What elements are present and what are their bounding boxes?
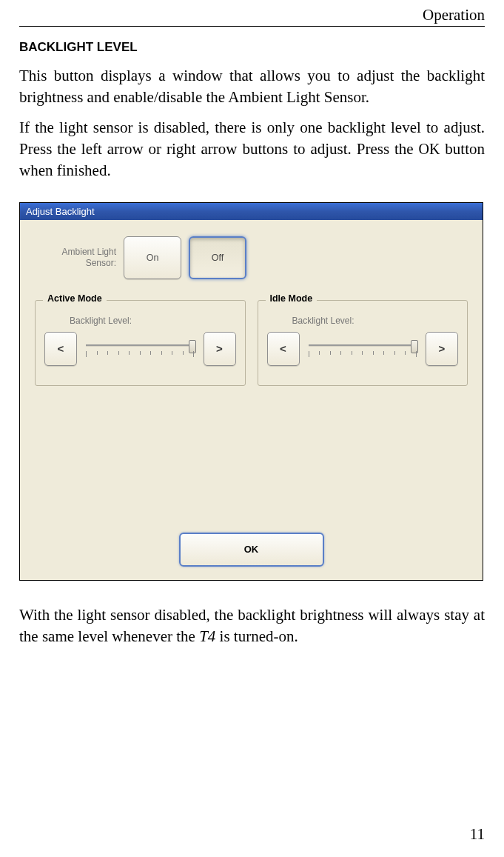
adjust-backlight-dialog: Adjust Backlight Ambient Light Sensor: O… [19,202,483,581]
idle-mode-legend: Idle Mode [266,293,317,304]
paragraph-3: With the light sensor disabled, the back… [19,604,485,647]
idle-left-arrow-button[interactable]: < [267,332,300,366]
idle-backlight-label: Backlight Level: [292,316,459,326]
idle-mode-group: Idle Mode Backlight Level: < > [258,300,468,386]
t4-italic: T4 [199,627,215,645]
page-number: 11 [470,825,485,844]
ambient-light-sensor-label: Ambient Light Sensor: [45,247,116,269]
dialog-body: Ambient Light Sensor: On Off Active Mode… [20,220,483,580]
als-off-button[interactable]: Off [189,236,246,279]
active-slider[interactable] [83,339,198,359]
idle-right-arrow-button[interactable]: > [426,332,458,366]
paragraph-3b: is turned-on. [215,627,298,645]
section-heading: BACKLIGHT LEVEL [19,40,485,55]
active-backlight-label: Backlight Level: [70,316,236,326]
header-rule [19,26,485,27]
ambient-light-sensor-row: Ambient Light Sensor: On Off [45,236,468,279]
als-on-button[interactable]: On [124,236,181,279]
dialog-titlebar: Adjust Backlight [20,203,483,220]
active-mode-group: Active Mode Backlight Level: < > [35,300,246,386]
ok-button[interactable]: OK [179,533,324,567]
header-section: Operation [19,6,485,26]
idle-slider[interactable] [306,339,420,359]
active-right-arrow-button[interactable]: > [204,332,236,366]
ok-smallcaps: OK [419,141,440,157]
active-left-arrow-button[interactable]: < [44,332,77,366]
paragraph-1: This button displays a window that allow… [19,65,485,108]
active-mode-legend: Active Mode [43,293,107,304]
modes-row: Active Mode Backlight Level: < > [35,300,468,386]
paragraph-2a: If the light sensor is disabled, there i… [19,119,485,158]
paragraph-2: If the light sensor is disabled, there i… [19,117,485,181]
